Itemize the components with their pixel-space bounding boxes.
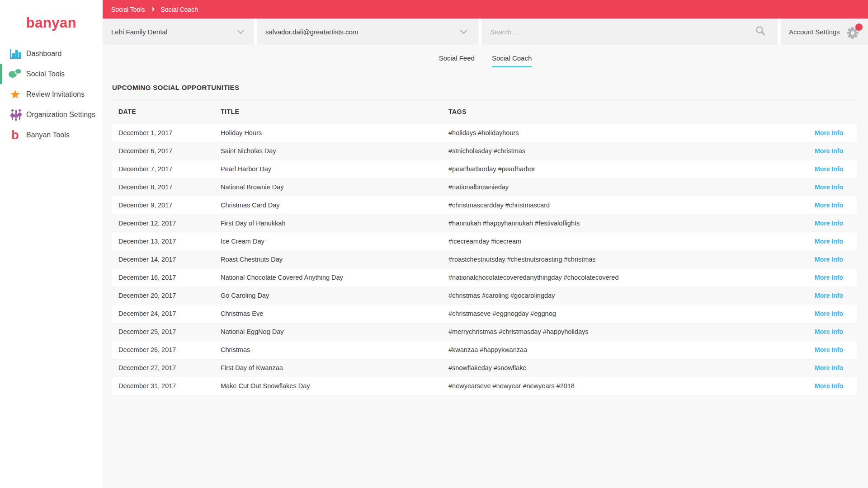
top-bar: Lehi Family Dental salvador.dali@greatar… bbox=[103, 19, 868, 45]
tab-bar: Social Feed Social Coach bbox=[103, 45, 868, 70]
banyan-b-icon: b bbox=[8, 129, 22, 141]
tab-social-coach[interactable]: Social Coach bbox=[492, 54, 532, 67]
star-icon: ★ bbox=[8, 88, 22, 101]
more-info-link[interactable]: More Info bbox=[815, 292, 843, 299]
logo[interactable]: banyan bbox=[0, 0, 103, 43]
table-row: December 16, 2017 National Chocolate Cov… bbox=[112, 268, 857, 286]
cell-tags: #newyearseve #newyear #newyears #2018 bbox=[448, 382, 798, 389]
cell-date: December 25, 2017 bbox=[112, 328, 221, 335]
sidebar-item-label: Social Tools bbox=[26, 70, 65, 78]
column-header-tags: TAGS bbox=[448, 108, 798, 115]
cell-title: Saint Nicholas Day bbox=[221, 147, 448, 155]
topbar-divider bbox=[254, 19, 257, 45]
column-header-date: DATE bbox=[112, 108, 221, 115]
search-section bbox=[482, 19, 778, 45]
more-info-link[interactable]: More Info bbox=[815, 129, 843, 136]
cell-title: Make Cut Out Snowflakes Day bbox=[221, 382, 448, 389]
account-dropdown-value: salvador.dali@greatartists.com bbox=[265, 28, 358, 36]
sliders-icon bbox=[8, 108, 22, 121]
sidebar-item-social-tools[interactable]: Social Tools bbox=[0, 64, 103, 84]
table-row: December 20, 2017 Go Caroling Day #chris… bbox=[112, 286, 857, 305]
cell-date: December 12, 2017 bbox=[112, 220, 221, 227]
table-row: December 26, 2017 Christmas #kwanzaa #ha… bbox=[112, 341, 857, 359]
column-header-title: TITLE bbox=[221, 108, 448, 115]
breadcrumb-social-coach[interactable]: Social Coach bbox=[160, 6, 198, 13]
gear-icon[interactable] bbox=[846, 24, 862, 39]
organization-dropdown[interactable]: Lehi Family Dental bbox=[103, 19, 254, 45]
cell-date: December 8, 2017 bbox=[112, 183, 221, 191]
cell-title: First Day of Hanukkah bbox=[221, 220, 448, 227]
organization-dropdown-value: Lehi Family Dental bbox=[111, 28, 167, 36]
cell-title: National EggNog Day bbox=[221, 328, 448, 335]
more-info-link[interactable]: More Info bbox=[815, 238, 843, 245]
cell-tags: #nationalbrownieday bbox=[448, 183, 798, 191]
sidebar-item-label: Organization Settings bbox=[26, 111, 95, 119]
account-settings-section: Account Settings bbox=[781, 19, 868, 45]
chevron-right-icon bbox=[151, 7, 155, 12]
cell-tags: #snowflakeday #snowflake bbox=[448, 364, 798, 371]
sidebar: banyan Dashboard Social Tools ★ Review I… bbox=[0, 0, 103, 488]
notification-dot bbox=[855, 23, 863, 31]
table-row: December 7, 2017 Pearl Harbor Day #pearl… bbox=[112, 160, 857, 178]
sidebar-item-dashboard[interactable]: Dashboard bbox=[0, 43, 103, 64]
cell-date: December 9, 2017 bbox=[112, 202, 221, 209]
cell-title: First Day of Kwanzaa bbox=[221, 364, 448, 371]
cell-title: Christmas Card Day bbox=[221, 202, 448, 209]
cell-title: Christmas bbox=[221, 346, 448, 353]
account-dropdown[interactable]: salvador.dali@greatartists.com bbox=[257, 19, 479, 45]
cell-title: National Brownie Day bbox=[221, 183, 448, 191]
cell-date: December 13, 2017 bbox=[112, 238, 221, 245]
topbar-divider bbox=[778, 19, 781, 45]
account-settings-link[interactable]: Account Settings bbox=[789, 28, 840, 36]
more-info-link[interactable]: More Info bbox=[815, 346, 843, 353]
bar-chart-icon bbox=[8, 47, 22, 60]
cell-date: December 1, 2017 bbox=[112, 129, 221, 136]
more-info-link[interactable]: More Info bbox=[815, 382, 843, 389]
sidebar-item-label: Dashboard bbox=[26, 50, 61, 58]
cell-tags: #roastchestnutsday #chestnutsroasting #c… bbox=[448, 256, 798, 263]
cell-date: December 27, 2017 bbox=[112, 364, 221, 371]
more-info-link[interactable]: More Info bbox=[815, 310, 843, 317]
table-header: DATE TITLE TAGS bbox=[112, 99, 857, 124]
breadcrumb-social-tools[interactable]: Social Tools bbox=[111, 6, 145, 13]
more-info-link[interactable]: More Info bbox=[815, 183, 843, 191]
sidebar-item-banyan-tools[interactable]: b Banyan Tools bbox=[0, 125, 103, 145]
cell-tags: #merrychristmas #christmasday #happyholi… bbox=[448, 328, 798, 335]
table-row: December 12, 2017 First Day of Hanukkah … bbox=[112, 214, 857, 232]
search-icon[interactable] bbox=[755, 25, 766, 38]
cell-title: Pearl Harbor Day bbox=[221, 165, 448, 173]
more-info-link[interactable]: More Info bbox=[815, 364, 843, 371]
sidebar-item-organization-settings[interactable]: Organization Settings bbox=[0, 104, 103, 125]
table-row: December 27, 2017 First Day of Kwanzaa #… bbox=[112, 359, 857, 377]
cell-date: December 14, 2017 bbox=[112, 256, 221, 263]
sidebar-item-review-invitations[interactable]: ★ Review Invitations bbox=[0, 84, 103, 104]
table-row: December 14, 2017 Roast Chestnuts Day #r… bbox=[112, 250, 857, 268]
more-info-link[interactable]: More Info bbox=[815, 165, 843, 173]
more-info-link[interactable]: More Info bbox=[815, 147, 843, 155]
chat-bubbles-icon bbox=[8, 68, 22, 80]
cell-date: December 16, 2017 bbox=[112, 274, 221, 281]
more-info-link[interactable]: More Info bbox=[815, 220, 843, 227]
cell-date: December 7, 2017 bbox=[112, 165, 221, 173]
cell-title: Christmas Eve bbox=[221, 310, 448, 317]
more-info-link[interactable]: More Info bbox=[815, 274, 843, 281]
cell-date: December 20, 2017 bbox=[112, 292, 221, 299]
table-row: December 6, 2017 Saint Nicholas Day #stn… bbox=[112, 142, 857, 160]
sidebar-item-label: Banyan Tools bbox=[26, 131, 70, 139]
cell-tags: #christmas #caroling #gocarolingday bbox=[448, 292, 798, 299]
more-info-link[interactable]: More Info bbox=[815, 202, 843, 209]
cell-tags: #nationalchocolatecoveredanythingday #ch… bbox=[448, 274, 798, 281]
more-info-link[interactable]: More Info bbox=[815, 328, 843, 335]
page-title: UPCOMING SOCIAL OPPORTUNITIES bbox=[112, 84, 857, 91]
search-input[interactable] bbox=[490, 28, 755, 36]
app-root: banyan Dashboard Social Tools ★ Review I… bbox=[0, 0, 868, 488]
breadcrumb: Social Tools Social Coach bbox=[103, 0, 868, 19]
topbar-divider bbox=[479, 19, 482, 45]
cell-date: December 6, 2017 bbox=[112, 147, 221, 155]
more-info-link[interactable]: More Info bbox=[815, 256, 843, 263]
table-row: December 13, 2017 Ice Cream Day #icecrea… bbox=[112, 232, 857, 250]
tab-social-feed[interactable]: Social Feed bbox=[439, 54, 475, 67]
table-row: December 24, 2017 Christmas Eve #christm… bbox=[112, 305, 857, 323]
cell-title: Holiday Hours bbox=[221, 129, 448, 136]
cell-tags: #holidays #holidayhours bbox=[448, 129, 798, 136]
